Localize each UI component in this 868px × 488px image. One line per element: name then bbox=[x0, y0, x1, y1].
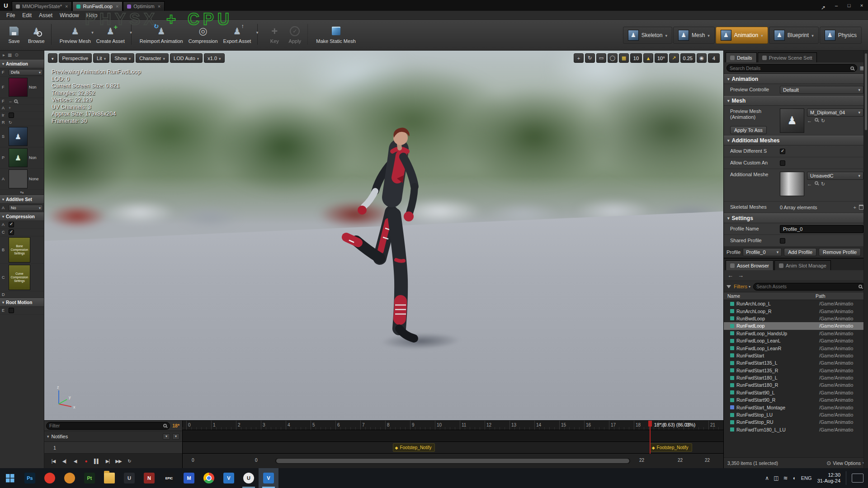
viewport-toolbar-button[interactable]: Lit bbox=[93, 53, 109, 63]
rotate-gizmo-icon[interactable]: ↻ bbox=[585, 53, 595, 63]
taskbar-app-button[interactable] bbox=[60, 468, 80, 488]
toolbar-button[interactable]: Key bbox=[264, 24, 285, 45]
transport-button[interactable]: ↻ bbox=[125, 457, 134, 465]
pin-icon[interactable]: ▸ bbox=[3, 52, 5, 57]
asset-row[interactable]: RunArchLoop_L /Game/Animatio bbox=[724, 300, 868, 307]
viewport-3d[interactable]: Perspective Lit Show Character bbox=[44, 51, 723, 420]
browse-icon[interactable] bbox=[815, 118, 818, 122]
preview-controller-dropdown[interactable]: Default bbox=[780, 86, 863, 94]
back-icon[interactable]: ← bbox=[727, 272, 733, 279]
apply-to-asset-button[interactable]: Apply To Ass bbox=[730, 126, 767, 134]
transport-button[interactable]: ▶| bbox=[103, 457, 112, 465]
viewport-toolbar-button[interactable]: Perspective bbox=[59, 53, 92, 63]
world-coordinate-icon[interactable]: ◯ bbox=[608, 53, 618, 63]
none-thumbnail[interactable] bbox=[9, 169, 28, 188]
dropdown-caret-icon[interactable] bbox=[256, 29, 259, 35]
notifies-dropdown-icon[interactable]: ▾ bbox=[163, 433, 170, 440]
editor-mode-button[interactable]: Blueprint bbox=[769, 27, 819, 44]
asset-row[interactable]: RunBwdLoop /Game/Animatio bbox=[724, 315, 868, 322]
checkbox[interactable] bbox=[780, 238, 785, 244]
asset-row[interactable]: RunArchLoop_R /Game/Animatio bbox=[724, 307, 868, 314]
transport-button[interactable]: ◀| bbox=[60, 457, 69, 465]
rotation-snap-value[interactable]: 10° bbox=[655, 53, 668, 63]
rotation-snap-icon[interactable]: ▲ bbox=[643, 53, 653, 63]
taskbar-app-button[interactable] bbox=[40, 468, 60, 488]
transport-button[interactable]: ▌▌ bbox=[92, 457, 101, 465]
asset-row[interactable]: RunFwdLoop_LeanL /Game/Animatio bbox=[724, 337, 868, 344]
taskbar-app-button[interactable] bbox=[99, 468, 119, 488]
checkbox-checked[interactable] bbox=[9, 230, 14, 235]
taskbar-app-button[interactable]: Pt bbox=[80, 468, 99, 488]
browse-icon[interactable] bbox=[815, 181, 818, 185]
language-indicator[interactable]: ENG bbox=[801, 475, 812, 481]
notifies-dropdown-icon[interactable]: ▾ bbox=[172, 433, 179, 440]
profile-name-input[interactable] bbox=[780, 225, 863, 233]
add-profile-button[interactable]: Add Profile bbox=[784, 248, 816, 256]
timeline-ruler[interactable]: 0 1 2 3 4 5 6 7 bbox=[183, 421, 723, 430]
asset-tab[interactable]: Optimism bbox=[123, 1, 165, 11]
tray-icon[interactable]: ≋ bbox=[783, 475, 788, 481]
editor-mode-button[interactable]: Skeleton bbox=[623, 27, 672, 44]
tab-close-icon[interactable] bbox=[65, 4, 68, 9]
scale-gizmo-icon[interactable]: ▭ bbox=[596, 53, 606, 63]
notify-lane[interactable]: Footstep_Notify Footstep_Notify bbox=[183, 442, 723, 454]
asset-row[interactable]: RunFwdStart135_R /Game/Animatio bbox=[724, 367, 868, 374]
section-settings[interactable]: Settings bbox=[724, 213, 868, 223]
tray-icon[interactable]: ◖ bbox=[793, 475, 796, 481]
checkbox-checked[interactable] bbox=[9, 222, 14, 227]
preview-mesh-thumbnail[interactable] bbox=[780, 108, 804, 133]
section-header-additive[interactable]: Additive Set bbox=[0, 195, 44, 204]
dropdown-caret-icon[interactable] bbox=[665, 32, 667, 38]
delete-icon[interactable] bbox=[859, 205, 863, 210]
camera-speed-value[interactable]: 4 bbox=[708, 53, 720, 63]
grid-icon[interactable]: ▦ bbox=[8, 52, 12, 57]
taskbar-app-button[interactable] bbox=[0, 468, 20, 488]
toolbar-button[interactable]: Save bbox=[4, 24, 24, 45]
asset-search[interactable] bbox=[753, 283, 865, 291]
asset-row[interactable]: RunFwdStart135_L /Game/Animatio bbox=[724, 359, 868, 366]
menu-item[interactable]: Edit bbox=[19, 11, 35, 19]
reset-icon[interactable]: ↻ bbox=[821, 181, 825, 187]
transport-button[interactable]: ◀ bbox=[71, 457, 80, 465]
grid-snap-icon[interactable]: ▦ bbox=[619, 53, 629, 63]
toolbar-button[interactable]: Export Asset bbox=[222, 24, 258, 45]
collapse-arrows-icon[interactable]: ▾▴ bbox=[0, 190, 44, 195]
menu-item[interactable]: Help bbox=[83, 11, 101, 19]
add-element-icon[interactable]: + bbox=[854, 205, 856, 210]
taskbar-app-button[interactable] bbox=[199, 468, 219, 488]
taskbar-app-button[interactable]: V bbox=[259, 468, 278, 488]
toolbar-button[interactable]: Browse bbox=[26, 24, 52, 45]
mesh-thumbnail[interactable] bbox=[9, 148, 28, 167]
notifies-track-header[interactable]: Notifies ▾ ▾ bbox=[44, 431, 182, 442]
taskbar-app-button[interactable]: U bbox=[119, 468, 139, 488]
checkbox-checked[interactable] bbox=[780, 149, 785, 154]
notify-marker[interactable]: Footstep_Notify bbox=[650, 443, 692, 452]
notify-marker[interactable]: Footstep_Notify bbox=[393, 443, 435, 452]
panel-scrollbar[interactable] bbox=[863, 51, 868, 468]
toolbar-button[interactable]: Compression bbox=[187, 24, 220, 45]
viewport-toolbar-button[interactable]: x1.0 bbox=[204, 53, 224, 63]
bone-compression-thumbnail[interactable]: Bone Compression Settings bbox=[9, 237, 30, 263]
asset-row[interactable]: RunFwdStart_Montage /Game/Animatio bbox=[724, 404, 868, 411]
column-path[interactable]: Path bbox=[816, 293, 864, 299]
dropdown-caret-icon[interactable] bbox=[708, 32, 710, 38]
taskbar-app-button[interactable]: Ps bbox=[20, 468, 40, 488]
menu-item[interactable]: Asset bbox=[35, 11, 56, 19]
viewport-toolbar-button[interactable] bbox=[48, 53, 57, 63]
filters-dropdown[interactable]: Filters bbox=[734, 284, 750, 289]
profile-dropdown[interactable]: Profile_0 bbox=[743, 248, 782, 256]
taskbar-app-button[interactable]: M bbox=[179, 468, 199, 488]
section-additional-meshes[interactable]: Additional Meshes bbox=[724, 136, 868, 145]
clock[interactable]: 12:30 31-Aug-24 bbox=[817, 472, 840, 484]
grid-snap-value[interactable]: 10 bbox=[630, 53, 642, 63]
dropdown[interactable]: Defa bbox=[9, 69, 43, 75]
section-mesh[interactable]: Mesh bbox=[724, 96, 868, 106]
tab-preview-scene-settings[interactable]: Preview Scene Sett bbox=[758, 52, 817, 62]
section-header-compression[interactable]: Compression bbox=[0, 212, 44, 221]
tray-icon[interactable]: ∧ bbox=[765, 475, 769, 481]
toolbar-button[interactable]: Apply bbox=[287, 24, 308, 45]
tab-asset-browser[interactable]: Asset Browser bbox=[726, 260, 774, 270]
close-button[interactable]: × bbox=[855, 0, 868, 11]
dropdown-caret-icon[interactable] bbox=[811, 32, 814, 38]
skeleton-thumbnail[interactable] bbox=[9, 127, 28, 146]
